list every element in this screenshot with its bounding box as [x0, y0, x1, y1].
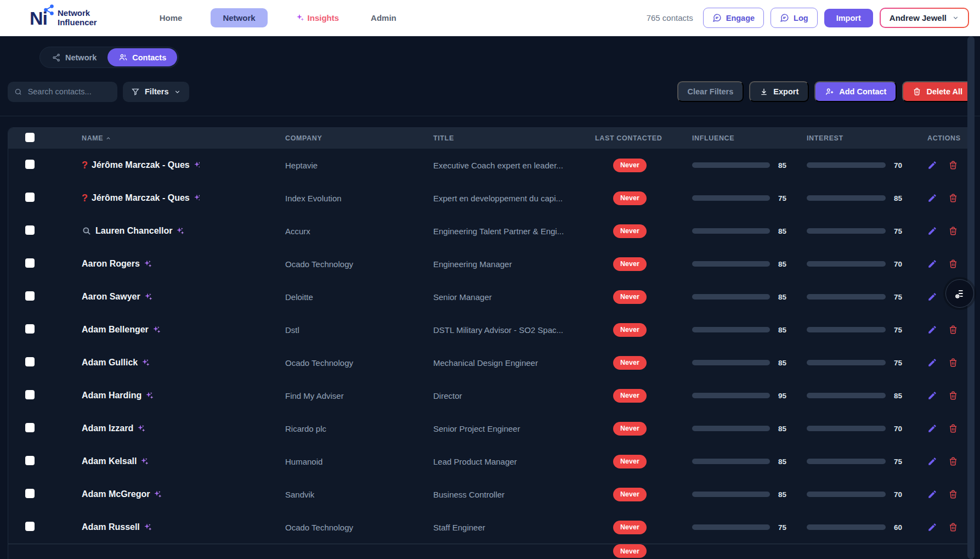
nav-insights[interactable]: Insights	[293, 8, 343, 28]
contact-name[interactable]: Jérôme Marczak - Ques	[92, 193, 190, 203]
edit-contact-button[interactable]	[927, 358, 937, 368]
last-contacted-badge: Never	[613, 356, 647, 370]
delete-contact-button[interactable]	[948, 391, 958, 400]
chat-icon	[712, 13, 722, 22]
contact-name[interactable]: Adam Izzard	[82, 424, 133, 433]
add-contact-button[interactable]: Add Contact	[814, 81, 897, 102]
row-checkbox[interactable]	[25, 193, 35, 202]
contact-name[interactable]: Aaron Rogers	[82, 259, 140, 269]
subnav-network-tab[interactable]: Network	[41, 49, 107, 66]
delete-contact-button[interactable]	[948, 522, 958, 532]
row-checkbox[interactable]	[25, 390, 35, 399]
interest-value: 70	[894, 161, 902, 170]
interest-bar	[807, 524, 886, 530]
edit-contact-button[interactable]	[927, 160, 937, 170]
nav-admin[interactable]: Admin	[367, 8, 400, 28]
export-button[interactable]: Export	[749, 81, 809, 102]
delete-contact-button[interactable]	[948, 193, 958, 203]
row-checkbox[interactable]	[25, 489, 35, 498]
delete-all-button[interactable]: Delete All	[902, 81, 973, 102]
contact-name[interactable]: Jérôme Marczak - Ques	[92, 160, 190, 170]
influence-value: 75	[778, 523, 786, 532]
search-input[interactable]	[28, 87, 111, 96]
trash-icon	[948, 160, 958, 170]
clear-filters-button[interactable]: Clear Filters	[677, 81, 744, 102]
influence-value: 85	[778, 490, 786, 499]
log-button[interactable]: Log	[771, 8, 818, 28]
column-header-last-contacted[interactable]: LAST CONTACTED	[595, 134, 692, 142]
edit-contact-button[interactable]	[927, 391, 937, 400]
interest-value: 75	[894, 293, 902, 301]
contact-title: Senior Manager	[433, 292, 587, 302]
interest-bar	[807, 228, 886, 234]
contact-name[interactable]: Adam McGregor	[82, 489, 150, 499]
import-button[interactable]: Import	[824, 9, 873, 27]
delete-contact-button[interactable]	[948, 358, 958, 368]
delete-contact-button[interactable]	[948, 489, 958, 499]
user-menu-button[interactable]: Andrew Jewell	[881, 9, 968, 27]
edit-contact-button[interactable]	[927, 193, 937, 203]
subnav-contacts-tab[interactable]: Contacts	[107, 48, 177, 66]
edit-contact-button[interactable]	[927, 424, 937, 433]
column-header-interest[interactable]: INTEREST	[807, 134, 919, 142]
edit-contact-button[interactable]	[927, 325, 937, 335]
delete-contact-button[interactable]	[948, 456, 958, 466]
row-checkbox[interactable]	[25, 456, 35, 465]
search-box[interactable]	[8, 82, 117, 102]
row-checkbox[interactable]	[25, 357, 35, 366]
column-header-title[interactable]: TITLE	[433, 134, 595, 142]
contact-title: Engineering Manager	[433, 259, 587, 269]
delete-contact-button[interactable]	[948, 226, 958, 236]
contact-name[interactable]: Adam Gullick	[82, 358, 138, 368]
person-plus-icon	[825, 87, 834, 97]
row-checkbox[interactable]	[25, 423, 35, 432]
contact-name[interactable]: Adam Bellenger	[82, 325, 149, 335]
nav-home[interactable]: Home	[156, 8, 186, 28]
contact-name[interactable]: Adam Kelsall	[82, 456, 137, 466]
filters-button[interactable]: Filters	[123, 82, 189, 102]
app-logo[interactable]: Ni Network Influencer	[30, 9, 97, 27]
edit-contact-button[interactable]	[927, 522, 937, 532]
row-checkbox[interactable]	[25, 225, 35, 235]
pencil-icon	[927, 522, 937, 532]
edit-contact-button[interactable]	[927, 226, 937, 236]
pencil-icon	[927, 325, 937, 335]
edit-contact-button[interactable]	[927, 489, 937, 499]
contact-name[interactable]: Lauren Chancellor	[95, 226, 172, 236]
pencil-icon	[927, 292, 937, 302]
column-header-influence[interactable]: INFLUENCE	[692, 134, 807, 142]
edit-contact-button[interactable]	[927, 259, 937, 269]
edit-contact-button[interactable]	[927, 292, 937, 302]
row-checkbox[interactable]	[25, 324, 35, 334]
engage-button[interactable]: Engage	[703, 8, 764, 28]
interest-bar	[807, 327, 886, 332]
last-contacted-badge: Never	[613, 323, 647, 337]
floating-list-button[interactable]	[945, 279, 974, 308]
trash-icon	[948, 489, 958, 499]
ai-sparkles-icon	[137, 424, 146, 433]
nav-network[interactable]: Network	[211, 8, 267, 27]
people-icon	[118, 53, 128, 62]
delete-contact-button[interactable]	[948, 424, 958, 433]
delete-contact-button[interactable]	[948, 325, 958, 335]
edit-contact-button[interactable]	[927, 456, 937, 466]
row-checkbox[interactable]	[25, 291, 35, 301]
contact-name[interactable]: Adam Russell	[82, 522, 140, 532]
ai-sparkles-icon	[154, 490, 162, 499]
select-all-checkbox[interactable]	[25, 133, 35, 142]
influence-value: 85	[778, 326, 786, 334]
ai-sparkles-icon	[144, 523, 152, 532]
contact-company: Ocado Technology	[285, 523, 433, 532]
delete-contact-button[interactable]	[948, 259, 958, 269]
row-checkbox[interactable]	[25, 522, 35, 531]
delete-contact-button[interactable]	[948, 160, 958, 170]
row-checkbox[interactable]	[25, 160, 35, 169]
logo-network-icon	[43, 4, 55, 16]
pencil-icon	[927, 226, 937, 236]
contact-name[interactable]: Aaron Sawyer	[82, 292, 140, 302]
column-header-company[interactable]: COMPANY	[285, 134, 433, 142]
column-header-name[interactable]: NAME	[82, 134, 285, 142]
contact-name[interactable]: Adam Harding	[82, 391, 141, 400]
partial-row-badge: Never	[613, 544, 647, 558]
row-checkbox[interactable]	[25, 258, 35, 268]
